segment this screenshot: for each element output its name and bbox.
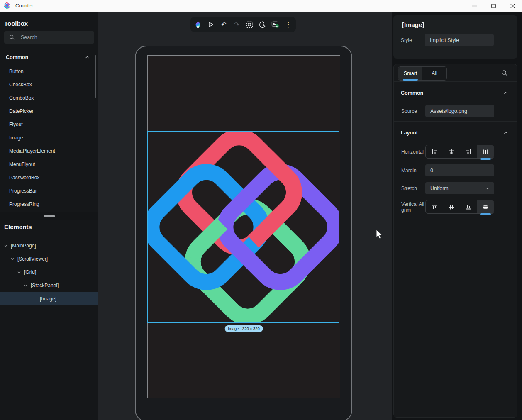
toolbox-item-list: Button CheckBox ComboBox DatePicker Flyo… (0, 65, 96, 211)
toolbox-item-progressring[interactable]: ProgressRing (0, 198, 96, 211)
toolbox-item-menuflyout[interactable]: MenuFlyout (0, 158, 96, 171)
properties-card: Smart All Common (393, 64, 517, 418)
device-frame: Image - 320 x 320 (135, 46, 352, 420)
halign-right-button[interactable] (460, 145, 477, 158)
halign-left-button[interactable] (426, 145, 443, 158)
align-right-icon (465, 149, 472, 155)
chevron-down-icon (485, 186, 490, 191)
chevron-up-icon (503, 90, 509, 96)
align-middle-icon (448, 204, 455, 210)
zoom-to-selection-icon[interactable] (244, 19, 255, 30)
toolbox-item-mediaplayerelement[interactable]: MediaPlayerElement (0, 144, 96, 158)
designer-toolbar: ↶ ↷ (190, 17, 296, 32)
selection-size-badge: Image - 320 x 320 (224, 325, 263, 332)
tree-node-grid[interactable]: [Grid] (0, 266, 98, 279)
redo-icon[interactable]: ↷ (231, 19, 242, 30)
valign-stretch-button[interactable] (477, 200, 494, 213)
stretch-dropdown[interactable]: Uniform (425, 182, 494, 194)
vertical-alignment-control (425, 200, 494, 214)
toolbox-item-combobox[interactable]: ComboBox (0, 91, 96, 105)
chevron-down-icon[interactable] (10, 256, 15, 261)
stretch-label: Stretch (401, 186, 425, 191)
chevron-down-icon[interactable] (23, 283, 28, 288)
valign-center-button[interactable] (443, 200, 460, 213)
panel-splitter[interactable] (0, 212, 98, 220)
source-label: Source (401, 108, 425, 114)
style-input[interactable]: Implicit Style (425, 34, 494, 46)
toolbox-item-flyout[interactable]: Flyout (0, 118, 96, 131)
hot-design-flame-icon[interactable] (193, 19, 203, 30)
section-common-header[interactable]: Common (394, 87, 517, 99)
selected-image-element[interactable] (147, 131, 339, 323)
horizontal-alignment-control (425, 145, 494, 159)
align-stretch-vertical-icon (482, 204, 489, 210)
close-button[interactable] (503, 0, 522, 12)
tree-node-mainpage[interactable]: [MainPage] (0, 239, 98, 252)
selected-alignment-indicator (480, 158, 491, 160)
elements-tree: [MainPage] [ScrollViewer] [Grid] [StackP… (0, 239, 98, 305)
tab-smart[interactable]: Smart (398, 67, 422, 80)
align-left-icon (431, 149, 438, 155)
toolbox-item-checkbox[interactable]: CheckBox (0, 78, 96, 91)
align-top-icon (431, 204, 438, 210)
toolbox-panel: Toolbox Search Common Button CheckBox Co… (0, 12, 98, 420)
margin-label: Margin (401, 168, 425, 173)
toolbox-item-image[interactable]: Image (0, 131, 96, 144)
design-canvas[interactable]: ↶ ↷ (98, 12, 392, 420)
changes-checklist-icon[interactable] (270, 19, 281, 30)
align-stretch-icon (482, 149, 489, 155)
theme-moon-icon[interactable] (257, 19, 268, 30)
valign-bottom-button[interactable] (460, 200, 477, 213)
design-surface[interactable]: Image - 320 x 320 (147, 55, 340, 398)
align-center-icon (448, 149, 455, 155)
horizontal-alignment-label: Horizontal (401, 149, 425, 155)
halign-center-button[interactable] (443, 145, 460, 158)
margin-input[interactable]: 0 (425, 164, 494, 176)
align-bottom-icon (465, 204, 472, 210)
mouse-cursor (375, 230, 384, 240)
properties-tabs: Smart All (398, 66, 447, 81)
toolbox-item-passwordbox[interactable]: PasswordBox (0, 171, 96, 184)
chevron-up-icon (84, 54, 90, 60)
selected-element-title: [Image] (393, 15, 517, 28)
search-icon (9, 34, 15, 40)
window-title: Counter (15, 3, 33, 9)
active-tab-indicator (403, 79, 418, 81)
toolbox-item-button[interactable]: Button (0, 65, 96, 78)
properties-search-icon[interactable] (501, 70, 508, 76)
logo-image (148, 132, 339, 322)
section-layout-header[interactable]: Layout (394, 127, 517, 139)
splitter-handle[interactable] (44, 215, 55, 217)
play-icon[interactable] (205, 19, 216, 30)
halign-stretch-button[interactable] (477, 145, 494, 158)
chevron-up-icon (503, 130, 509, 136)
maximize-button[interactable] (484, 0, 503, 12)
toolbox-item-datepicker[interactable]: DatePicker (0, 105, 96, 118)
tree-node-stackpanel[interactable]: [StackPanel] (0, 279, 98, 292)
properties-panel: [Image] Style Implicit Style Smart All (392, 12, 522, 420)
selected-alignment-indicator (480, 213, 491, 215)
minimize-button[interactable] (465, 0, 484, 12)
elements-title: Elements (4, 223, 32, 230)
style-label: Style (401, 37, 425, 43)
chevron-down-icon[interactable] (3, 243, 8, 248)
tab-all[interactable]: All (422, 67, 446, 80)
toolbox-item-progressbar[interactable]: ProgressBar (0, 184, 96, 198)
tree-node-scrollviewer[interactable]: [ScrollViewer] (0, 252, 98, 266)
toolbox-search-placeholder: Search (21, 34, 37, 40)
source-input[interactable]: Assets/logo.png (425, 105, 494, 117)
titlebar: Counter (0, 0, 522, 12)
selected-element-card: [Image] Style Implicit Style (393, 15, 517, 59)
toolbox-scrollbar[interactable] (95, 55, 96, 98)
chevron-down-icon[interactable] (17, 270, 22, 275)
toolbox-section-common[interactable]: Common (0, 51, 96, 63)
toolbox-title: Toolbox (0, 12, 98, 27)
tree-node-image-selected[interactable]: [Image] (0, 292, 98, 305)
app-logo-icon (4, 2, 10, 9)
undo-icon[interactable]: ↶ (218, 19, 229, 30)
valign-top-button[interactable] (426, 200, 443, 213)
vertical-alignment-label: Vertical Alignm (401, 201, 425, 213)
more-options-icon[interactable]: ⋮ (283, 19, 294, 30)
toolbox-search-input[interactable]: Search (4, 31, 94, 44)
